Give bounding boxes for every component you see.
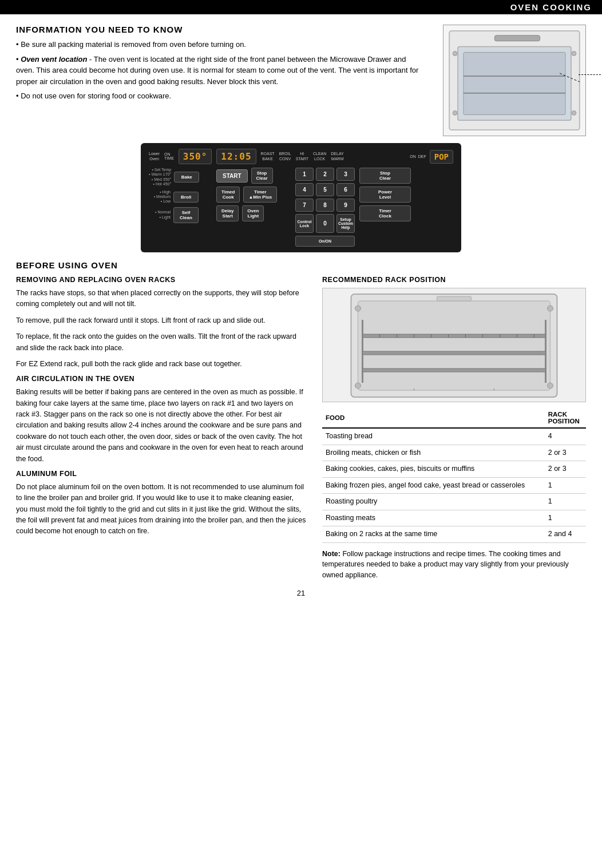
set-temp-label: • Set Temp• Warm 170°• Med 350°• Hot 450…: [149, 168, 171, 187]
table-row: Baking cookies, cakes, pies, biscuits or…: [322, 461, 586, 478]
table-row: Baking frozen pies, angel food cake, yea…: [322, 477, 586, 494]
self-clean-button[interactable]: SelfClean: [173, 207, 199, 223]
time-display: 12:05: [216, 149, 256, 164]
position-cell: 4: [545, 428, 586, 445]
removing-text-3: To replace, fit the rack onto the guides…: [16, 331, 306, 354]
normal-light-label: • Normal• Light: [149, 210, 171, 220]
on-off-button[interactable]: On/ON: [295, 236, 355, 247]
num-6[interactable]: 6: [336, 183, 355, 196]
num-4[interactable]: 4: [295, 183, 314, 196]
svg-rect-16: [363, 351, 546, 355]
num-8[interactable]: 8: [316, 199, 334, 212]
food-cell: Broiling meats, chicken or fish: [322, 445, 545, 461]
rack-position-header: RACKPOSITION: [545, 408, 586, 428]
air-text: Baking results will be better if baking …: [16, 387, 306, 465]
stop-clear-button-2[interactable]: StopClear: [359, 168, 411, 184]
mode-labels: ROASTBAKE BROILCONV HISTART CLEANLOCK DE…: [261, 152, 344, 161]
svg-point-10: [572, 110, 576, 115]
position-cell: 2 and 4: [545, 526, 586, 543]
before-section: BEFORE USING OVEN REMOVING AND REPLACING…: [16, 260, 586, 581]
svg-rect-28: [437, 296, 472, 301]
num-0[interactable]: 0: [316, 214, 334, 233]
control-panel-section: LowerOven ONTIME 350° 12:05 ROASTBAKE BR…: [16, 143, 586, 252]
svg-point-7: [453, 51, 457, 56]
oven-vent-label: OvenVent: [579, 66, 602, 82]
removing-text-2: To remove, pull the rack forward until i…: [16, 315, 306, 326]
right-column: RECOMMENDED RACK POSITION: [322, 276, 586, 581]
num-5[interactable]: 5: [316, 183, 334, 196]
position-cell: 2 or 3: [545, 445, 586, 461]
bake-row: • Set Temp• Warm 170°• Med 350°• Hot 450…: [149, 168, 212, 187]
svg-rect-12: [358, 301, 550, 390]
table-row: Roasting poultry1: [322, 494, 586, 510]
position-cell: 1: [545, 510, 586, 526]
oven-light-button[interactable]: OvenLight: [242, 205, 264, 221]
page-header-title: OVEN COOKING: [510, 2, 592, 12]
food-cell: Baking on 2 racks at the same time: [322, 526, 545, 543]
before-heading: BEFORE USING OVEN: [16, 260, 586, 270]
food-cell: Roasting meats: [322, 510, 545, 526]
num-9[interactable]: 9: [336, 199, 355, 212]
panel-left: • Set Temp• Warm 170°• Med 350°• Hot 450…: [149, 168, 212, 247]
on-timer-label: ONTIME: [164, 152, 174, 160]
removing-heading: REMOVING AND REPLACING OVEN RACKS: [16, 276, 306, 284]
on-def-label: ON DEF: [410, 154, 426, 158]
num-7[interactable]: 7: [295, 199, 314, 212]
broil-button[interactable]: Broil: [173, 192, 199, 203]
air-heading: AIR CIRCULATION IN THE OVEN: [16, 375, 306, 383]
bake-button[interactable]: Bake: [174, 172, 199, 183]
food-cell: Roasting poultry: [322, 494, 545, 510]
oven-diagram: OvenVent: [437, 25, 586, 136]
high-med-low-label: • High• Medium• Low: [149, 190, 171, 204]
numpad: 1 2 3 4 5 6 7 8 9 ControlLock 0 SetupCus…: [295, 168, 355, 233]
position-cell: 2 or 3: [545, 461, 586, 478]
food-cell: Toasting bread: [322, 428, 545, 445]
lower-oven-label: LowerOven: [149, 152, 160, 161]
num-1[interactable]: 1: [295, 168, 314, 181]
svg-point-29: [355, 306, 361, 311]
oven-illustration: [443, 25, 585, 136]
power-level-button[interactable]: PowerLevel: [359, 187, 411, 203]
delay-start-button[interactable]: DelayStart: [216, 205, 239, 221]
rack-table: FOOD RACKPOSITION Toasting bread4Broilin…: [322, 408, 586, 543]
svg-rect-3: [464, 53, 565, 115]
svg-point-8: [453, 110, 457, 115]
rack-diagram: [322, 288, 586, 402]
info-heading: INFORMATION YOU NEED TO KNOW: [16, 25, 423, 34]
timed-cook-button[interactable]: TimedCook: [216, 187, 240, 203]
info-bullet-1: • Be sure all packing material is remove…: [16, 39, 423, 50]
svg-rect-1: [494, 35, 540, 41]
num-2[interactable]: 2: [316, 168, 334, 181]
svg-point-32: [548, 383, 553, 389]
position-cell: 1: [545, 494, 586, 510]
removing-text-4: For EZ Extend rack, pull both the rack g…: [16, 359, 306, 370]
temp-display: 350°: [179, 149, 212, 164]
num-3[interactable]: 3: [336, 168, 355, 181]
svg-point-9: [572, 51, 576, 56]
food-cell: Baking cookies, cakes, pies, biscuits or…: [322, 461, 545, 478]
numpad-section: 1 2 3 4 5 6 7 8 9 ControlLock 0 SetupCus…: [295, 168, 355, 247]
broil-row: • High• Medium• Low Broil: [149, 190, 212, 204]
page-number: 21: [16, 589, 586, 597]
info-bullet-2: • Oven vent location - The oven vent is …: [16, 54, 423, 88]
table-row: Roasting meats1: [322, 510, 586, 526]
control-panel: LowerOven ONTIME 350° 12:05 ROASTBAKE BR…: [141, 143, 461, 252]
rack-illustration: [323, 288, 585, 402]
timer-clock-button[interactable]: TimerClock: [359, 205, 411, 221]
control-lock-button[interactable]: ControlLock: [295, 214, 314, 233]
start-button[interactable]: START: [216, 169, 248, 183]
stop-clear-button-1[interactable]: StopClear: [251, 168, 273, 184]
info-bullet-3: • Do not use oven for storing food or co…: [16, 90, 423, 102]
table-row: Broiling meats, chicken or fish2 or 3: [322, 445, 586, 461]
panel-right: StopClear PowerLevel TimerClock: [359, 168, 411, 247]
self-clean-row: • Normal• Light SelfClean: [149, 207, 212, 223]
panel-center: START StopClear TimedCook Timer▲Min Plus…: [216, 168, 291, 247]
note-text: Note: Follow package instructions and re…: [322, 549, 586, 581]
timer-button[interactable]: Timer▲Min Plus: [243, 187, 277, 203]
svg-point-30: [548, 306, 553, 311]
food-cell: Baking frozen pies, angel food cake, yea…: [322, 477, 545, 494]
svg-point-31: [355, 383, 361, 389]
page-header: OVEN COOKING: [0, 0, 602, 14]
aluminum-heading: ALUMINUM FOIL: [16, 470, 306, 478]
setup-custom-help-button[interactable]: SetupCustom Help: [336, 214, 355, 233]
